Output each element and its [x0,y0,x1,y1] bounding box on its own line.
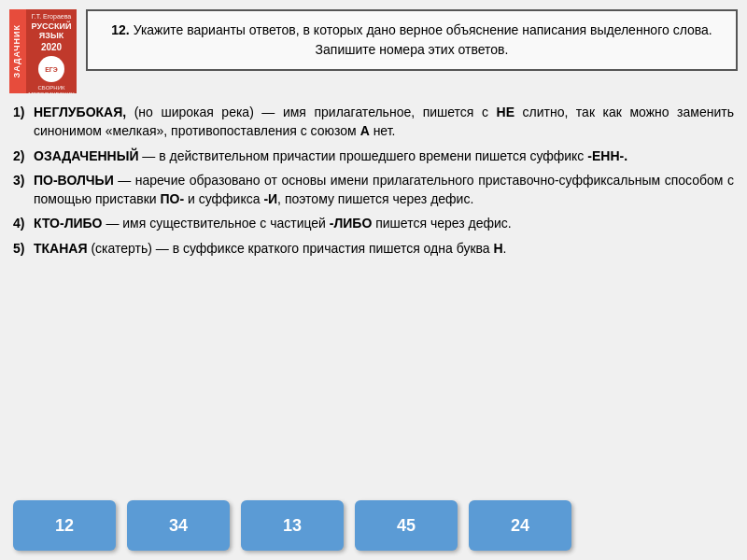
answer-button-45[interactable]: 45 [355,500,458,551]
item-number-1: 1) [13,103,34,121]
question-box: 12. Укажите варианты ответов, в которых … [86,9,738,71]
main-container: ЗАДАЧНИК Г.Т. Егораева РУССКИЙ ЯЗЫК 2020… [0,0,747,560]
list-item-5: 5) ТКАНАЯ (скатерть) — в суффиксе кратко… [13,239,734,258]
book-title: РУССКИЙ ЯЗЫК [30,21,73,40]
answer-button-34[interactable]: 34 [127,500,230,551]
list-item-1: 1) НЕГЛУБОКАЯ, (но широкая река) — имя п… [13,103,734,141]
book-cover: ЗАДАЧНИК Г.Т. Егораева РУССКИЙ ЯЗЫК 2020… [9,9,77,93]
item-text-2: ОЗАДАЧЕННЫЙ — в действительном причастии… [34,147,734,165]
answer-button-24[interactable]: 24 [469,500,571,551]
question-text: Укажите варианты ответов, в которых дано… [134,22,712,57]
item-text-1: НЕГЛУБОКАЯ, (но широкая река) — имя прил… [34,103,734,141]
content-area: 1) НЕГЛУБОКАЯ, (но широкая река) — имя п… [0,99,747,493]
item-number-4: 4) [13,214,34,232]
book-side-label: ЗАДАЧНИК [13,24,22,77]
book-author: Г.Т. Егораева [32,13,71,20]
item-text-5: ТКАНАЯ (скатерть) — в суффиксе краткого … [34,239,734,258]
header-row: ЗАДАЧНИК Г.Т. Егораева РУССКИЙ ЯЗЫК 2020… [0,0,747,99]
list-item-2: 2) ОЗАДАЧЕННЫЙ — в действительном причас… [13,147,734,165]
answer-row: 12 34 13 45 24 [0,493,747,560]
item-number-5: 5) [13,239,34,258]
item-text-3: ПО-ВОЛЧЬИ — наречие образовано от основы… [34,171,734,209]
item-text-4: КТО-ЛИБО — имя существительное с частице… [34,214,734,232]
item-number-3: 3) [13,171,34,189]
book-cover-side: ЗАДАЧНИК [9,9,26,93]
answer-button-13[interactable]: 13 [241,500,344,551]
book-main: Г.Т. Егораева РУССКИЙ ЯЗЫК 2020 ЕГЭ СБОР… [26,9,77,93]
book-logo: ЕГЭ [38,56,64,82]
question-number: 12. [111,22,129,37]
answer-button-12[interactable]: 12 [13,500,116,551]
book-subtitle: СБОРНИКМЕТОДИЧЕСКИХРЕКОМЕНДАЦИЙ [28,85,76,93]
item-number-2: 2) [13,147,34,165]
book-logo-inner: ЕГЭ [45,66,58,73]
list-item-3: 3) ПО-ВОЛЧЬИ — наречие образовано от осн… [13,171,734,209]
book-year: 2020 [41,42,62,52]
list-item-4: 4) КТО-ЛИБО — имя существительное с част… [13,214,734,232]
